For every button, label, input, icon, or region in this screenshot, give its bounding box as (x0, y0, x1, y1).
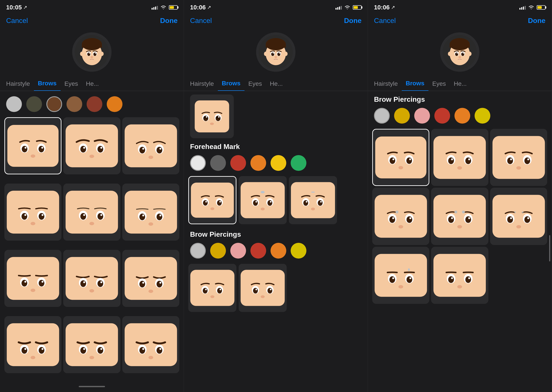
cancel-button-1[interactable]: Cancel (6, 17, 28, 25)
bp-face-1-2[interactable] (239, 264, 287, 312)
svg-point-45 (24, 214, 26, 216)
face-item-6[interactable] (4, 250, 62, 307)
color-swatch-lightbrown-1[interactable] (67, 96, 82, 112)
tab-eyes-3[interactable]: Eyes (428, 80, 450, 91)
bp-color-red-2[interactable] (250, 243, 266, 259)
status-bar-1: 10:05 ↗ (0, 0, 184, 13)
face-item-5[interactable] (122, 183, 179, 241)
bp-color-yellow-2[interactable] (291, 243, 306, 259)
svg-point-159 (318, 200, 323, 206)
cancel-button-2[interactable]: Cancel (190, 17, 212, 25)
svg-rect-40 (7, 191, 59, 234)
tab-more-2[interactable]: He... (266, 80, 287, 91)
done-button-3[interactable]: Done (528, 17, 545, 25)
p3-face-item-3[interactable] (372, 188, 429, 245)
face-item-4[interactable] (63, 183, 120, 241)
svg-point-110 (159, 348, 161, 350)
avatar-area-3 (368, 28, 552, 76)
bp-color-red-3[interactable] (434, 108, 450, 124)
forehead-color-white[interactable] (190, 155, 206, 171)
forehead-color-red[interactable] (230, 155, 246, 171)
tab-brows-2[interactable]: Brows (218, 80, 244, 91)
face-item-10[interactable] (63, 316, 120, 373)
wifi-icon-1 (160, 5, 167, 10)
tab-hairstyle-1[interactable]: Hairstyle (2, 80, 34, 91)
svg-rect-96 (66, 323, 118, 366)
face-item-8[interactable] (122, 250, 179, 307)
color-swatch-red-1[interactable] (87, 96, 102, 112)
svg-point-144 (219, 201, 221, 203)
svg-point-175 (253, 288, 258, 294)
svg-point-228 (399, 225, 403, 228)
scroll-bar-3[interactable] (549, 235, 550, 261)
color-swatch-darkgray-1[interactable] (26, 96, 42, 112)
forehead-color-orange[interactable] (250, 155, 266, 171)
svg-point-94 (41, 348, 43, 350)
tab-more-1[interactable]: He... (82, 80, 103, 91)
bp-face-0-2[interactable] (188, 264, 236, 312)
color-swatch-brown-1[interactable] (46, 96, 62, 112)
svg-point-142 (217, 200, 221, 206)
forehead-face-1[interactable] (239, 176, 287, 224)
bp-color-gold-2[interactable] (210, 243, 226, 259)
tab-hairstyle-3[interactable]: Hairstyle (370, 80, 402, 91)
svg-point-53 (83, 214, 85, 216)
bp-color-orange-3[interactable] (455, 108, 470, 124)
svg-point-199 (390, 157, 395, 164)
forehead-face-2[interactable] (289, 176, 337, 224)
svg-rect-229 (434, 195, 486, 238)
forehead-color-yellow[interactable] (270, 155, 286, 171)
svg-rect-164 (190, 270, 235, 306)
avatar-1 (72, 32, 111, 72)
forehead-color-green[interactable] (291, 155, 306, 171)
svg-point-226 (392, 217, 394, 219)
svg-point-238 (457, 225, 462, 228)
forehead-face-0[interactable] (188, 176, 236, 224)
svg-point-21 (25, 147, 27, 149)
color-swatch-gray-1[interactable] (6, 96, 22, 112)
tab-eyes-2[interactable]: Eyes (244, 80, 266, 91)
bp-color-silver-2[interactable] (190, 243, 206, 259)
p3-face-item-1[interactable] (431, 129, 488, 186)
p3-face-item-0[interactable] (372, 129, 429, 186)
svg-point-31 (90, 155, 94, 158)
tab-brows-1[interactable]: Brows (34, 80, 61, 91)
color-swatch-orange-1[interactable] (107, 96, 123, 112)
face-item-2[interactable] (122, 117, 179, 174)
p3-face-item-6[interactable] (372, 247, 429, 304)
svg-point-168 (217, 288, 222, 294)
bp-color-gold-3[interactable] (394, 108, 410, 124)
p3-face-item-4[interactable] (431, 188, 488, 245)
p3-face-item-2[interactable] (490, 129, 547, 186)
face-item-9[interactable] (4, 316, 62, 373)
svg-point-87 (148, 290, 153, 293)
tab-brows-3[interactable]: Brows (402, 80, 428, 91)
face-item-7[interactable] (63, 250, 120, 307)
svg-point-195 (468, 52, 471, 56)
done-button-2[interactable]: Done (344, 17, 361, 25)
tab-more-3[interactable]: He... (450, 80, 471, 91)
face-item-3[interactable] (4, 183, 62, 241)
forehead-color-gray[interactable] (210, 155, 226, 171)
bp-color-pink-2[interactable] (230, 243, 246, 259)
bp-color-pink-3[interactable] (414, 108, 430, 124)
p3-face-item-5[interactable]: ✦ ✦ (490, 188, 547, 245)
bp-color-yellow-3[interactable] (475, 108, 490, 124)
bp-color-silver-3[interactable] (374, 108, 390, 124)
face-item-0[interactable] (4, 117, 62, 174)
tab-hairstyle-2[interactable]: Hairstyle (186, 80, 218, 91)
svg-point-63 (148, 222, 153, 225)
svg-point-68 (39, 280, 44, 286)
svg-point-75 (81, 280, 86, 287)
p3-face-item-7[interactable]: ··· (431, 247, 488, 304)
bp-color-orange-2[interactable] (270, 243, 286, 259)
done-button-1[interactable]: Done (160, 17, 178, 25)
svg-point-78 (100, 281, 102, 283)
svg-rect-116 (266, 44, 286, 48)
face-item-11[interactable] (122, 316, 179, 373)
svg-point-247 (527, 217, 529, 219)
face-item-1[interactable] (63, 117, 120, 174)
tab-eyes-1[interactable]: Eyes (61, 80, 82, 91)
svg-point-224 (389, 216, 395, 223)
cancel-button-3[interactable]: Cancel (374, 17, 396, 25)
